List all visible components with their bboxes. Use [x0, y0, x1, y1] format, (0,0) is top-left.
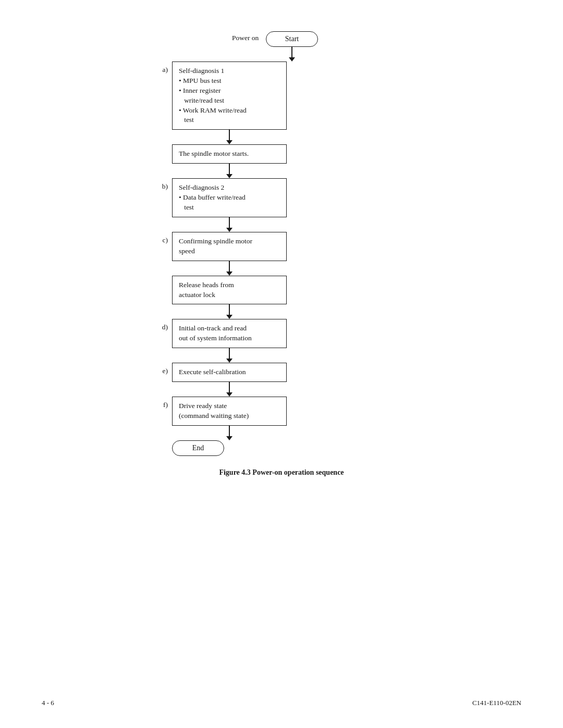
arrow-2 — [226, 130, 232, 144]
arrow-4 — [226, 217, 232, 232]
box-d: Initial on-track and readout of system i… — [172, 319, 287, 348]
box-release: Release heads fromactuator lock — [172, 276, 287, 305]
box-wrapper-d: Initial on-track and readout of system i… — [172, 319, 287, 363]
arrow-1 — [289, 47, 295, 61]
start-row: Power on Start — [151, 31, 412, 61]
arrow-head — [226, 174, 232, 178]
box-wrapper-spindle: The spindle motor starts. — [172, 144, 287, 178]
arrow-head — [226, 140, 232, 144]
step-c-row: c) Confirming spindle motorspeed — [151, 232, 412, 276]
page-content: Power on Start a) Self-diagnosis 1 • MPU… — [0, 0, 563, 728]
step-f-row: f) Drive ready state(command waiting sta… — [151, 397, 412, 440]
step-a-row: a) Self-diagnosis 1 • MPU bus test • Inn… — [151, 61, 412, 144]
arrow-line — [229, 164, 230, 174]
box-wrapper-e: Execute self-calibration — [172, 363, 287, 397]
start-oval: Start — [266, 31, 318, 47]
label-f: f) — [151, 397, 172, 409]
power-on-label: Power on — [232, 34, 259, 42]
arrow-9 — [226, 426, 232, 440]
box-a: Self-diagnosis 1 • MPU bus test • Inner … — [172, 61, 287, 130]
arrow-head — [226, 359, 232, 363]
box-wrapper-a: Self-diagnosis 1 • MPU bus test • Inner … — [172, 61, 287, 144]
label-b: b) — [151, 178, 172, 191]
box-wrapper-b: Self-diagnosis 2 • Data buffer write/rea… — [172, 178, 287, 232]
arrow-6 — [226, 304, 232, 319]
arrow-3 — [226, 164, 232, 178]
label-d: d) — [151, 319, 172, 331]
flowchart-container: Power on Start a) Self-diagnosis 1 • MPU… — [151, 31, 412, 477]
footer-left: 4 - 6 — [42, 699, 54, 707]
box-spindle: The spindle motor starts. — [172, 144, 287, 164]
start-section: Start — [266, 31, 318, 61]
box-c: Confirming spindle motorspeed — [172, 232, 287, 261]
arrow-head — [226, 392, 232, 397]
arrow-head — [226, 315, 232, 319]
arrow-head — [226, 272, 232, 276]
arrow-line — [229, 348, 230, 359]
arrow-head — [226, 228, 232, 232]
box-f: Drive ready state(command waiting state) — [172, 397, 287, 426]
arrow-line — [229, 304, 230, 315]
figure-caption: Figure 4.3 Power-on operation sequence — [219, 468, 344, 477]
arrow-line — [229, 382, 230, 392]
box-e: Execute self-calibration — [172, 363, 287, 382]
box-wrapper-release: Release heads fromactuator lock — [172, 276, 287, 319]
arrow-line — [229, 130, 230, 140]
arrow-head — [226, 436, 232, 440]
arrow-line — [229, 261, 230, 272]
box-wrapper-c: Confirming spindle motorspeed — [172, 232, 287, 276]
arrow-line — [229, 426, 230, 436]
arrow-line — [229, 217, 230, 228]
release-row: Release heads fromactuator lock — [151, 276, 412, 319]
footer-right: C141-E110-02EN — [472, 699, 521, 707]
page-footer: 4 - 6 C141-E110-02EN — [0, 699, 563, 707]
label-a: a) — [151, 61, 172, 74]
arrow-line — [291, 47, 292, 57]
arrow-7 — [226, 348, 232, 363]
step-b-row: b) Self-diagnosis 2 • Data buffer write/… — [151, 178, 412, 232]
step-e-row: e) Execute self-calibration — [151, 363, 412, 397]
box-b: Self-diagnosis 2 • Data buffer write/rea… — [172, 178, 287, 217]
spindle-start-row: The spindle motor starts. — [151, 144, 412, 178]
end-oval: End — [172, 440, 224, 456]
box-wrapper-f: Drive ready state(command waiting state) — [172, 397, 287, 440]
step-d-row: d) Initial on-track and readout of syste… — [151, 319, 412, 363]
arrow-8 — [226, 382, 232, 397]
end-row: End — [151, 440, 412, 456]
label-c: c) — [151, 232, 172, 244]
label-e: e) — [151, 363, 172, 375]
arrow-5 — [226, 261, 232, 276]
arrow-head — [289, 57, 295, 61]
